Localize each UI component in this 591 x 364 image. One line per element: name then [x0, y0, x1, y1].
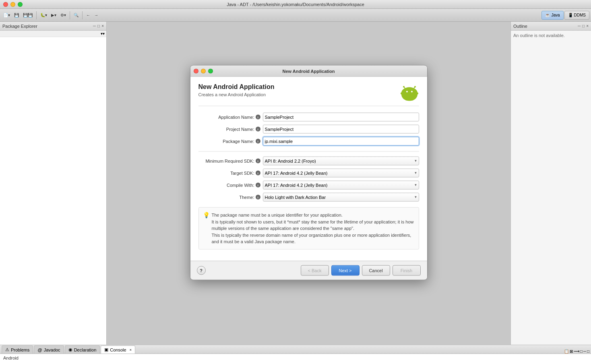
form-divider-1 [198, 151, 419, 152]
finish-button[interactable]: Finish [393, 265, 421, 275]
debug-button[interactable]: 🐛▾ [39, 10, 49, 20]
target-sdk-row: Target SDK: i API 8: Android 2.2 (Froyo)… [198, 169, 419, 178]
theme-info-icon[interactable]: i [256, 195, 260, 200]
toolbar-separator-1 [36, 11, 37, 19]
sidebar-title: Package Explorer [2, 24, 37, 29]
package-name-input[interactable] [263, 137, 419, 146]
toolbar-separator-3 [82, 11, 83, 19]
sdk-form-section: Minimum Required SDK: i API 8: Android 2… [198, 157, 419, 202]
console-toolbar-btn-1[interactable]: 📋 [564, 349, 569, 354]
min-sdk-select-wrapper: API 8: Android 2.2 (Froyo) API 9: Androi… [263, 157, 419, 165]
compile-with-select[interactable]: API 8: Android 2.2 (Froyo) API 17: Andro… [263, 181, 419, 190]
javadoc-label: Javadoc [44, 347, 60, 352]
min-sdk-info-icon[interactable]: i [256, 159, 260, 163]
svg-point-7 [403, 86, 405, 88]
target-sdk-label: Target SDK: i [198, 171, 263, 176]
info-section: 💡 The package name must be a unique iden… [198, 207, 419, 250]
help-button[interactable]: ? [197, 266, 206, 275]
window-controls[interactable] [3, 2, 23, 7]
dialog-window-controls[interactable] [194, 68, 213, 73]
console-toolbar-btn-2[interactable]: ⊠ [570, 349, 573, 354]
sidebar-close-button[interactable]: × [101, 24, 104, 28]
main-layout: Package Explorer ─ □ × ▾ ▾ [0, 22, 591, 345]
dialog-titlebar: New Android Application [190, 66, 427, 77]
console-maximize-button[interactable]: □ [587, 349, 589, 354]
javadoc-tab[interactable]: @ Javadoc [34, 345, 64, 354]
sidebar-maximize-button[interactable]: □ [97, 24, 100, 28]
theme-select-wrapper: None Holo Light Holo Dark Holo Light wit… [263, 193, 419, 202]
search-button[interactable]: 🔍 [72, 10, 80, 20]
app-name-info-icon[interactable]: i [256, 115, 260, 120]
navigate-forward-button[interactable]: → [93, 10, 100, 20]
minimize-button[interactable] [10, 2, 15, 7]
sidebar-header: Package Explorer ─ □ × [0, 22, 106, 31]
lightbulb-icon: 💡 [203, 212, 210, 218]
declaration-tab[interactable]: ◉ Declaration [65, 345, 100, 354]
ddms-perspective-icon: 📱 [568, 13, 573, 17]
svg-point-2 [401, 87, 417, 99]
svg-point-8 [414, 86, 416, 88]
declaration-icon: ◉ [68, 347, 72, 352]
svg-rect-9 [405, 97, 407, 101]
svg-rect-10 [411, 97, 413, 101]
new-button[interactable]: 📄▾ [2, 10, 12, 20]
outline-title: Outline [513, 24, 527, 29]
console-toolbar-btn-4[interactable]: □ [580, 349, 583, 354]
declaration-label: Declaration [74, 347, 97, 352]
app-name-input[interactable] [263, 113, 419, 122]
navigate-back-button[interactable]: ← [85, 10, 92, 20]
package-name-row: Package Name: i [198, 137, 419, 146]
outline-close-button[interactable]: × [586, 24, 589, 28]
cancel-button[interactable]: Cancel [362, 265, 390, 275]
compile-with-select-wrapper: API 8: Android 2.2 (Froyo) API 17: Andro… [263, 181, 419, 190]
console-tab[interactable]: ▣ Console × [101, 345, 135, 354]
theme-label: Theme: i [198, 195, 263, 200]
maximize-button[interactable] [18, 2, 23, 7]
console-text: Android [3, 356, 19, 360]
problems-tab[interactable]: ⚠ Problems [2, 345, 33, 354]
title-bar: Java - ADT - /Users/keishin.yokomaku/Doc… [0, 0, 591, 9]
package-name-info-icon[interactable]: i [256, 139, 260, 144]
min-sdk-select[interactable]: API 8: Android 2.2 (Froyo) API 9: Androi… [263, 157, 419, 165]
theme-row: Theme: i None Holo Light Holo Dark Holo … [198, 193, 419, 202]
right-panel: Outline ─ □ × An outline is not availabl… [510, 22, 591, 345]
outline-maximize-button[interactable]: □ [582, 24, 585, 28]
svg-point-4 [411, 91, 413, 93]
sidebar-minimize-button[interactable]: ─ [93, 24, 96, 28]
console-content: Android [0, 354, 591, 364]
project-name-input[interactable] [263, 125, 419, 134]
console-minimize-button[interactable]: ─ [583, 349, 586, 354]
dialog-heading: New Android Application [198, 83, 275, 91]
close-button[interactable] [3, 2, 8, 7]
dialog-subtitle: Creates a new Android Application [198, 92, 275, 97]
back-button[interactable]: < Back [301, 265, 329, 275]
toolbar-separator-2 [70, 11, 70, 19]
theme-select[interactable]: None Holo Light Holo Dark Holo Light wit… [263, 193, 419, 202]
java-perspective-icon: ☕ [545, 13, 550, 17]
dialog-maximize-button[interactable] [208, 68, 213, 73]
dialog-close-button[interactable] [194, 68, 198, 73]
target-sdk-select-wrapper: API 8: Android 2.2 (Froyo) API 17: Andro… [263, 169, 419, 178]
svg-rect-11 [401, 93, 404, 95]
main-toolbar: 📄▾ 💾 💾💾 🐛▾ ▶▾ ⚙▾ 🔍 ← → ☕ Java 📱 DDMS [0, 9, 591, 22]
outline-content: An outline is not available. [511, 31, 591, 345]
target-sdk-info-icon[interactable]: i [256, 171, 260, 176]
dialog-minimize-button[interactable] [201, 68, 206, 73]
project-name-info-icon[interactable]: i [256, 127, 260, 132]
save-all-button[interactable]: 💾💾 [21, 10, 34, 20]
sidebar-view-menu-button[interactable]: ▾ [103, 31, 105, 36]
run-button[interactable]: ▶▾ [50, 10, 58, 20]
target-sdk-select[interactable]: API 8: Android 2.2 (Froyo) API 17: Andro… [263, 169, 419, 178]
next-button[interactable]: Next > [331, 265, 360, 275]
run-last-button[interactable]: ⚙▾ [59, 10, 68, 20]
ddms-perspective-button[interactable]: 📱 DDMS [564, 11, 589, 20]
java-perspective-button[interactable]: ☕ Java [541, 11, 563, 20]
info-text: The package name must be a unique identi… [212, 212, 414, 245]
save-button[interactable]: 💾 [12, 10, 21, 20]
ddms-perspective-label: DDMS [574, 13, 586, 17]
console-toolbar-btn-3[interactable]: ⟶ [574, 349, 579, 354]
console-close-icon[interactable]: × [130, 348, 132, 352]
compile-with-info-icon[interactable]: i [256, 183, 260, 188]
outline-minimize-button[interactable]: ─ [578, 24, 581, 28]
app-name-label: Application Name: i [198, 115, 263, 120]
